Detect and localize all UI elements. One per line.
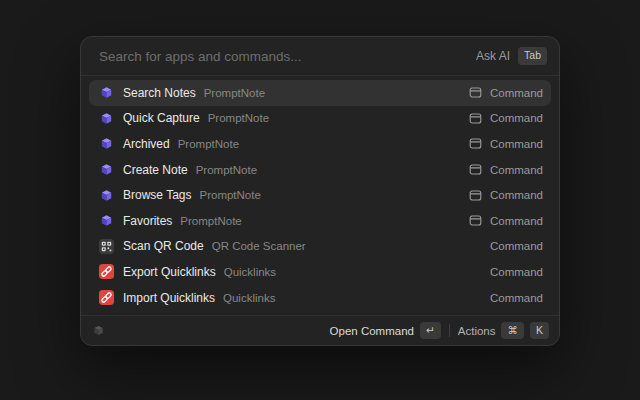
qrcode-icon bbox=[97, 237, 115, 255]
app-name: PromptNote bbox=[199, 189, 260, 201]
actions-label: Actions bbox=[458, 325, 496, 337]
promptnote-icon bbox=[97, 186, 115, 204]
promptnote-icon bbox=[97, 212, 115, 230]
app-name: PromptNote bbox=[196, 164, 257, 176]
list-item[interactable]: Search Notes PromptNote Command bbox=[89, 80, 551, 106]
results-list: Search Notes PromptNote Command Quick Ca… bbox=[81, 76, 559, 315]
command-type-label: Command bbox=[490, 292, 543, 304]
command-title: Import Quicklinks bbox=[123, 291, 215, 305]
command-type-label: Command bbox=[490, 87, 543, 99]
selected-app-icon bbox=[91, 323, 106, 338]
quicklink-icon bbox=[97, 263, 115, 281]
command-type-label: Command bbox=[490, 164, 543, 176]
command-type-label: Command bbox=[490, 112, 543, 124]
window-icon bbox=[469, 189, 482, 202]
promptnote-icon bbox=[97, 109, 115, 127]
list-item[interactable]: Scan QR Code QR Code Scanner Command bbox=[89, 234, 551, 260]
list-item[interactable]: Create Note PromptNote Command bbox=[89, 157, 551, 183]
list-item[interactable]: Quick Capture PromptNote Command bbox=[89, 106, 551, 132]
list-item[interactable]: Browse Tags PromptNote Command bbox=[89, 182, 551, 208]
promptnote-icon bbox=[97, 135, 115, 153]
command-type-label: Command bbox=[490, 240, 543, 252]
app-name: PromptNote bbox=[204, 87, 265, 99]
search-input[interactable] bbox=[97, 48, 468, 65]
window-icon bbox=[469, 163, 482, 176]
quicklink-icon bbox=[97, 289, 115, 307]
command-title: Quick Capture bbox=[123, 111, 200, 125]
search-bar: Ask AI Tab bbox=[81, 37, 559, 75]
command-palette-window: Ask AI Tab Search Notes PromptNote Comma… bbox=[80, 36, 560, 346]
k-key-badge: K bbox=[530, 322, 549, 339]
list-item[interactable]: Import Quicklinks Quicklinks Command bbox=[89, 285, 551, 311]
window-icon bbox=[469, 137, 482, 150]
command-title: Browse Tags bbox=[123, 188, 191, 202]
command-title: Create Note bbox=[123, 163, 188, 177]
window-icon bbox=[469, 112, 482, 125]
actions-menu-button[interactable]: Actions ⌘ K bbox=[458, 322, 549, 339]
tab-key-badge: Tab bbox=[518, 47, 547, 64]
command-title: Scan QR Code bbox=[123, 239, 204, 253]
command-type-label: Command bbox=[490, 215, 543, 227]
footer-separator bbox=[449, 324, 450, 337]
window-icon bbox=[469, 214, 482, 227]
app-name: Quicklinks bbox=[223, 292, 275, 304]
cmd-key-badge: ⌘ bbox=[501, 322, 524, 339]
command-title: Favorites bbox=[123, 214, 172, 228]
promptnote-icon bbox=[97, 84, 115, 102]
promptnote-icon bbox=[97, 161, 115, 179]
list-item[interactable]: Export Quicklinks Quicklinks Command bbox=[89, 259, 551, 285]
enter-key-badge: ↵ bbox=[420, 322, 441, 339]
command-title: Export Quicklinks bbox=[123, 265, 216, 279]
app-name: PromptNote bbox=[180, 215, 241, 227]
open-command-action[interactable]: Open Command ↵ bbox=[330, 322, 441, 339]
command-type-label: Command bbox=[490, 138, 543, 150]
command-title: Archived bbox=[123, 137, 170, 151]
list-item[interactable]: Favorites PromptNote Command bbox=[89, 208, 551, 234]
ask-ai-label[interactable]: Ask AI bbox=[476, 49, 510, 63]
footer-bar: Open Command ↵ Actions ⌘ K bbox=[81, 316, 559, 345]
app-name: PromptNote bbox=[178, 138, 239, 150]
app-name: Quicklinks bbox=[224, 266, 276, 278]
app-name: QR Code Scanner bbox=[212, 240, 306, 252]
open-command-label: Open Command bbox=[330, 325, 414, 337]
command-type-label: Command bbox=[490, 189, 543, 201]
app-name: PromptNote bbox=[208, 112, 269, 124]
list-item[interactable]: Archived PromptNote Command bbox=[89, 131, 551, 157]
window-icon bbox=[469, 86, 482, 99]
command-type-label: Command bbox=[490, 266, 543, 278]
command-title: Search Notes bbox=[123, 86, 196, 100]
